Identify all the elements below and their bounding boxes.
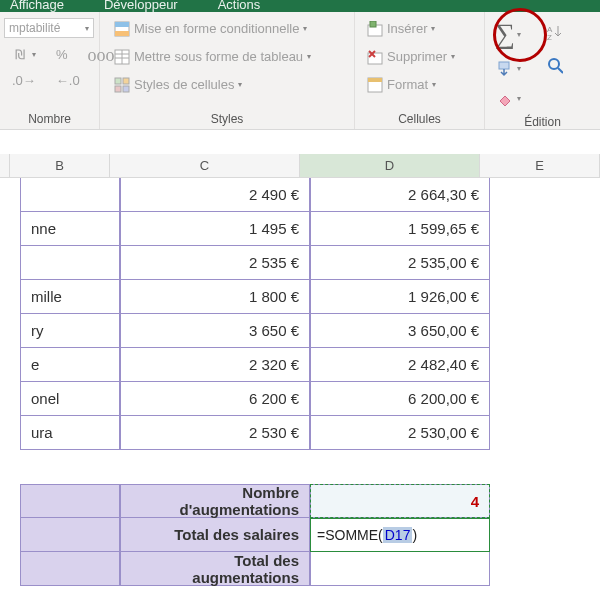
cell-salary-new[interactable]: 3 650,00 € — [310, 314, 490, 348]
format-as-table-button[interactable]: Mettre sous forme de tableau ▾ — [108, 46, 317, 68]
summary-label[interactable]: Total des salaires — [120, 518, 310, 552]
increase-decimal-button[interactable]: .0→ — [6, 70, 42, 92]
cell-salary-new[interactable]: 2 530,00 € — [310, 416, 490, 450]
group-cellules: Insérer ▾ Supprimer ▾ Format ▾ — [355, 12, 485, 129]
fill-button[interactable]: ▾ — [491, 58, 527, 80]
table-row: ura2 530 €2 530,00 € — [0, 416, 600, 450]
decrease-decimal-button[interactable]: ←.0 — [50, 70, 86, 92]
summary-value-augmentations[interactable]: 4 — [310, 484, 490, 518]
svg-rect-8 — [123, 78, 129, 84]
cell-salary-new[interactable]: 6 200,00 € — [310, 382, 490, 416]
number-format-combo[interactable]: mptabilité ▾ — [4, 18, 94, 38]
cell-salary-new[interactable]: 2 482,40 € — [310, 348, 490, 382]
chevron-down-icon: ▾ — [307, 48, 311, 66]
tab-developpeur[interactable]: Développeur — [104, 0, 178, 12]
svg-rect-17 — [368, 78, 382, 82]
tab-affichage[interactable]: Affichage — [10, 0, 64, 12]
svg-rect-18 — [499, 62, 509, 69]
cell-salary-new[interactable]: 2 535,00 € — [310, 246, 490, 280]
find-select-button[interactable] — [541, 56, 569, 76]
currency-button[interactable]: ₪▾ — [6, 44, 42, 66]
table-row: ry3 650 €3 650,00 € — [0, 314, 600, 348]
group-label-cellules: Cellules — [355, 109, 484, 129]
cell-name[interactable]: nne — [20, 212, 120, 246]
formula-suffix: ) — [412, 527, 417, 543]
chevron-down-icon: ▾ — [431, 20, 435, 38]
tab-actions[interactable]: Actions — [218, 0, 261, 12]
sort-filter-button[interactable]: AZ — [541, 22, 569, 42]
format-cells-icon — [367, 77, 383, 93]
cell-salary-old[interactable]: 1 495 € — [120, 212, 310, 246]
conditional-formatting-icon — [114, 21, 130, 37]
cell-salary-old[interactable]: 2 490 € — [120, 178, 310, 212]
group-nombre: mptabilité ▾ ₪▾ % ooo .0→ ←.0 Nombre — [0, 12, 100, 129]
format-as-table-label: Mettre sous forme de tableau — [134, 48, 303, 66]
group-label-nombre: Nombre — [0, 109, 99, 129]
col-header-b[interactable]: B — [10, 154, 110, 177]
autosum-button[interactable]: ∑ ▾ — [491, 18, 527, 50]
chevron-down-icon: ▾ — [303, 20, 307, 38]
svg-rect-9 — [115, 86, 121, 92]
cell-salary-old[interactable]: 2 320 € — [120, 348, 310, 382]
chevron-down-icon: ▾ — [32, 46, 36, 64]
percent-button[interactable]: % — [50, 44, 74, 66]
chevron-down-icon: ▾ — [432, 76, 436, 94]
table-icon — [114, 49, 130, 65]
chevron-down-icon: ▾ — [517, 90, 521, 108]
cell-salary-new[interactable]: 2 664,30 € — [310, 178, 490, 212]
clear-button[interactable]: ▾ — [491, 88, 527, 110]
cell-salary-old[interactable]: 2 530 € — [120, 416, 310, 450]
group-styles: Mise en forme conditionnelle ▾ Mettre so… — [100, 12, 355, 129]
table-row: 2 490 €2 664,30 € — [0, 178, 600, 212]
chevron-down-icon: ▾ — [85, 24, 89, 33]
summary-label[interactable]: Nombre d'augmentations — [120, 484, 310, 518]
sigma-icon: ∑ — [495, 20, 515, 48]
delete-cells-button[interactable]: Supprimer ▾ — [361, 46, 461, 68]
cell-name[interactable]: e — [20, 348, 120, 382]
col-header-d[interactable]: D — [300, 154, 480, 177]
cell-salary-old[interactable]: 2 535 € — [120, 246, 310, 280]
conditional-formatting-button[interactable]: Mise en forme conditionnelle ▾ — [108, 18, 317, 40]
col-header-c[interactable]: C — [110, 154, 300, 177]
ribbon-tabs: Affichage Développeur Actions — [0, 0, 600, 12]
delete-cells-icon — [367, 49, 383, 65]
cell-salary-new[interactable]: 1 599,65 € — [310, 212, 490, 246]
cell-name[interactable]: onel — [20, 382, 120, 416]
cell-styles-label: Styles de cellules — [134, 76, 234, 94]
cell-salary-old[interactable]: 3 650 € — [120, 314, 310, 348]
active-formula-cell[interactable]: =SOMME(D17) — [310, 518, 490, 552]
percent-icon: % — [56, 46, 68, 64]
summary-label[interactable]: Total des augmentations — [120, 552, 310, 586]
decrease-decimal-icon: ←.0 — [56, 72, 80, 90]
svg-line-22 — [558, 68, 563, 73]
cell-name[interactable]: mille — [20, 280, 120, 314]
formula-prefix: =SOMME( — [317, 527, 383, 543]
cell-name[interactable] — [20, 178, 120, 212]
cell-styles-button[interactable]: Styles de cellules ▾ — [108, 74, 317, 96]
summary-label-cell[interactable] — [20, 518, 120, 552]
cell-name[interactable]: ry — [20, 314, 120, 348]
chevron-down-icon: ▾ — [238, 76, 242, 94]
chevron-down-icon: ▾ — [451, 48, 455, 66]
cell-name[interactable] — [20, 246, 120, 280]
cell-salary-new[interactable]: 1 926,00 € — [310, 280, 490, 314]
group-label-styles: Styles — [100, 109, 354, 129]
cell-salary-old[interactable]: 6 200 € — [120, 382, 310, 416]
table-row: 2 535 €2 535,00 € — [0, 246, 600, 280]
summary-value-total-aug[interactable] — [310, 552, 490, 586]
summary-label-cell[interactable] — [20, 484, 120, 518]
cell-salary-old[interactable]: 1 800 € — [120, 280, 310, 314]
col-header-a[interactable] — [0, 154, 10, 177]
col-header-e[interactable]: E — [480, 154, 600, 177]
svg-rect-10 — [123, 86, 129, 92]
format-cells-button[interactable]: Format ▾ — [361, 74, 461, 96]
group-edition: ∑ ▾ ▾ ▾ — [485, 12, 600, 129]
summary-label-cell[interactable] — [20, 552, 120, 586]
svg-rect-7 — [115, 78, 121, 84]
spacer-row — [0, 450, 600, 484]
table-row: nne1 495 €1 599,65 € — [0, 212, 600, 246]
svg-rect-12 — [370, 21, 376, 27]
fill-down-icon — [497, 61, 513, 77]
insert-cells-button[interactable]: Insérer ▾ — [361, 18, 461, 40]
cell-name[interactable]: ura — [20, 416, 120, 450]
